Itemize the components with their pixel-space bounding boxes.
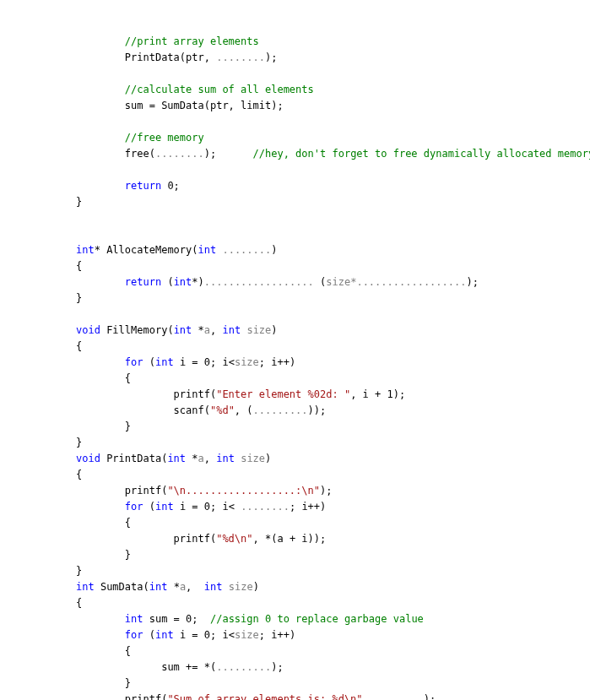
line: { xyxy=(76,469,82,480)
line: for (int i = 0; i< ........; i++) xyxy=(76,501,326,513)
line: { xyxy=(76,372,131,384)
line: } xyxy=(76,196,82,208)
line: { xyxy=(76,260,82,272)
line: int SumData(int *a, int size) xyxy=(76,581,259,593)
line: //print array elements xyxy=(76,35,259,47)
line: } xyxy=(76,421,131,432)
line: for (int i = 0; i<size; i++) xyxy=(76,356,295,368)
line: { xyxy=(76,645,131,657)
line: { xyxy=(76,597,82,609)
line: printf("Enter element %02d: ", i + 1); xyxy=(76,388,405,400)
line: printf("%d\n", *(a + i)); xyxy=(76,533,326,545)
line: } xyxy=(76,565,82,577)
line: sum += *(.........); xyxy=(76,661,284,673)
line: //free memory xyxy=(76,132,204,144)
line: return (int*).................. (size*..… xyxy=(76,276,479,288)
line: return 0; xyxy=(76,180,180,192)
line: void FillMemory(int *a, int size) xyxy=(76,324,278,336)
line: { xyxy=(76,517,131,529)
line: scanf("%d", (.........)); xyxy=(76,404,326,416)
line: void PrintData(int *a, int size) xyxy=(76,453,271,464)
line: printf("Sum of array elements is: %d\n",… xyxy=(76,693,436,700)
line: printf("\n..................:\n"); xyxy=(76,485,332,497)
line: } xyxy=(76,677,131,689)
comment: //print array elements xyxy=(125,35,259,47)
line: PrintData(ptr, ........); xyxy=(76,52,277,63)
line: } xyxy=(76,292,82,304)
line: int sum = 0; //assign 0 to replace garba… xyxy=(76,613,424,625)
line: //calculate sum of all elements xyxy=(76,84,314,95)
line: } xyxy=(76,437,82,448)
line: for (int i = 0; i<size; i++) xyxy=(76,629,295,641)
line: int* AllocateMemory(int ........) xyxy=(76,244,277,256)
line: free(........); //hey, don't forget to f… xyxy=(76,148,590,160)
line: } xyxy=(76,549,131,561)
code-block: //print array elements PrintData(ptr, ..… xyxy=(76,35,590,700)
line: { xyxy=(76,340,82,352)
line: sum = SumData(ptr, limit); xyxy=(76,100,284,111)
